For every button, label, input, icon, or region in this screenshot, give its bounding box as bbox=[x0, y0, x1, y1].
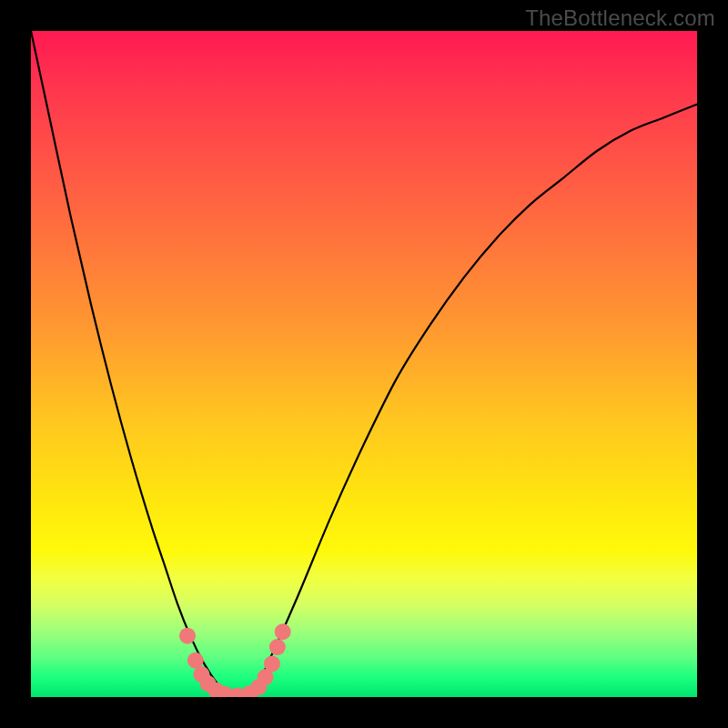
chart-frame: TheBottleneck.com bbox=[0, 0, 728, 728]
bottleneck-curve-svg bbox=[31, 31, 697, 697]
plot-area bbox=[31, 31, 697, 697]
marker-dot bbox=[187, 652, 204, 669]
marker-dot bbox=[264, 655, 280, 672]
watermark-text: TheBottleneck.com bbox=[525, 5, 715, 31]
marker-group bbox=[179, 623, 291, 697]
marker-dot bbox=[269, 639, 286, 655]
curve-path-group bbox=[31, 31, 697, 697]
curve-path bbox=[31, 31, 697, 697]
marker-dot bbox=[179, 628, 196, 644]
marker-dot bbox=[275, 623, 291, 640]
